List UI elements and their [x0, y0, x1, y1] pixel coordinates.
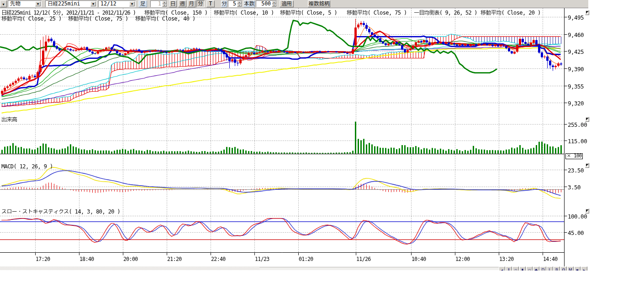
bar-count-spinner[interactable]: 500 ▲▼ — [256, 0, 277, 7]
price-axis-tick-label: 9,355 — [568, 83, 584, 91]
legend-item: 移動平均( Close, 40 ) — [135, 15, 195, 23]
volume-multiplier-badge: × 100 — [565, 153, 583, 159]
time-axis-tick-label: 13:20 — [499, 255, 514, 263]
legend-item: 移動平均( Close, 75 ) — [347, 9, 407, 17]
time-axis-tick-label: 14:40 — [543, 255, 558, 263]
market-select-value: 先物 — [10, 1, 21, 7]
chevron-down-icon[interactable]: ▼ — [90, 1, 96, 6]
main-toolbar: ▼ 先物 ▼ 日経225mini ▼ 12/12 ▼ 足 1 ▲▼ 日週月分T … — [0, 0, 588, 8]
legend-item: 一目均衡表( 9, 26, 52 ) — [414, 9, 477, 17]
stoch-axis-tick-label: 45.00 — [568, 229, 584, 238]
spin-down-icon[interactable]: ▼ — [237, 4, 242, 7]
contract-month-select-value: 12/12 — [100, 1, 116, 7]
spin-up-icon[interactable]: ▲ — [272, 1, 276, 4]
minute-value: 5 — [233, 1, 236, 7]
bar-count-label: 本数 — [243, 0, 255, 7]
mini-toolbar-button-1[interactable]: ◂ — [499, 266, 505, 271]
spin-up-icon[interactable]: ▲ — [237, 1, 242, 4]
mini-toolbar-button-6[interactable]: ◆ — [533, 266, 539, 271]
legend-item: 移動平均( Close, 25 ) — [1, 15, 62, 23]
price-axis-tick-label: 9,320 — [568, 99, 584, 108]
price-axis-tick-label: 9,495 — [568, 14, 584, 22]
legend-item: 移動平均( Close, 10 ) — [214, 9, 274, 17]
bar-interval-spinner[interactable]: 1 ▲▼ — [150, 0, 167, 7]
minute-label: 分 — [221, 0, 227, 7]
legend-item: 移動平均( Close, 75 ) — [68, 15, 128, 23]
time-axis-tick-label: 11/23 — [255, 255, 269, 263]
period-button-2[interactable]: 週 — [178, 0, 186, 7]
period-button-5[interactable]: T — [206, 0, 215, 7]
legend-item: 移動平均( Close, 5 ) — [280, 9, 337, 17]
stoch-axis-tick-label: 100.00 — [568, 213, 587, 221]
volume-axis-tick-label: 255.00 — [568, 121, 587, 130]
mini-toolbar-button-7[interactable]: D — [540, 266, 546, 271]
price-axis-tick-label: 9,390 — [568, 65, 584, 74]
period-button-1[interactable]: 日 — [169, 0, 177, 7]
bar-count-value: 500 — [261, 1, 271, 7]
time-axis-tick-label: 20:00 — [123, 255, 138, 263]
time-axis-tick-label: 17:20 — [36, 255, 50, 263]
stoch-panel-menu-button[interactable] — [585, 208, 589, 213]
combo-stub-dropdown-button[interactable]: ▼ — [0, 0, 7, 7]
application-window: ▼ 先物 ▼ 日経225mini ▼ 12/12 ▼ 足 1 ▲▼ 日週月分T … — [0, 0, 644, 302]
mini-toolbar-button-10[interactable]: Θ — [560, 266, 567, 271]
price-panel-menu-button[interactable] — [585, 10, 589, 15]
mini-toolbar-button-5[interactable]: ▫ — [526, 266, 533, 271]
market-select[interactable]: 先物 ▼ — [8, 0, 42, 7]
mini-toolbar-button-8[interactable]: L — [547, 266, 553, 271]
spin-down-icon[interactable]: ▼ — [162, 4, 167, 7]
mini-toolbar-button-12[interactable]: ▪ — [574, 266, 581, 271]
time-axis-tick-label: 18:40 — [79, 255, 94, 263]
macd-axis-tick-label: 3.50 — [568, 183, 581, 192]
bar-interval-value: 1 — [158, 1, 161, 7]
bottom-mini-toolbar: ◂‖▫▮▫◆DLBΘM▪▸ — [499, 266, 588, 271]
hscrollbar-track[interactable] — [0, 266, 259, 270]
bar-type-label: 足 — [138, 0, 147, 7]
macd-panel-menu-button[interactable] — [585, 163, 589, 168]
mini-toolbar-button-4[interactable]: ▮ — [519, 266, 526, 271]
price-axis-tick-label: 9,460 — [568, 31, 584, 40]
mini-toolbar-button-2[interactable]: ‖ — [506, 266, 512, 271]
chevron-down-icon[interactable]: ▼ — [129, 1, 135, 6]
symbol-select-value: 日経225mini — [48, 1, 80, 7]
spin-down-icon[interactable]: ▼ — [272, 4, 276, 7]
time-axis-tick-label: 11/26 — [356, 255, 371, 263]
stoch-panel-label: スロー・ストキャスティクス( 14, 3, 80, 20 ) — [1, 208, 120, 216]
symbol-select[interactable]: 日経225mini ▼ — [45, 0, 97, 7]
contract-month-select[interactable]: 12/12 ▼ — [98, 0, 136, 7]
mini-toolbar-button-9[interactable]: B — [554, 266, 560, 271]
volume-panel-label: 出来高 — [1, 115, 17, 124]
macd-panel-label: MACD( 12, 26, 9 ) — [1, 162, 53, 171]
period-button-4[interactable]: 分 — [196, 0, 205, 7]
period-button-3[interactable]: 月 — [187, 0, 195, 7]
hscrollbar-secondary[interactable] — [259, 267, 499, 270]
time-axis-tick-label: 01:20 — [299, 255, 313, 263]
volume-axis-tick-label: 115.00 — [568, 137, 587, 146]
mini-toolbar-button-3[interactable]: ▫ — [512, 266, 519, 271]
volume-panel-menu-button[interactable] — [585, 117, 589, 122]
macd-axis-tick-label: 23.50 — [568, 167, 584, 175]
minute-spinner[interactable]: 5 ▲▼ — [228, 0, 242, 7]
mini-toolbar-button-13[interactable]: ▸ — [581, 266, 587, 271]
mini-toolbar-button-11[interactable]: M — [567, 266, 574, 271]
time-axis-tick-label: 22:40 — [211, 255, 226, 263]
chevron-down-icon: ▼ — [2, 2, 4, 7]
spin-up-icon[interactable]: ▲ — [162, 1, 167, 4]
time-axis-tick-label: 12:00 — [455, 255, 470, 263]
apply-button[interactable]: 適用 — [280, 0, 294, 7]
price-axis-tick-label: 9,425 — [568, 48, 584, 57]
time-axis-tick-label: 21:20 — [167, 255, 182, 263]
legend-item: 移動平均( Close, 20 ) — [480, 9, 541, 17]
multi-symbol-button[interactable]: 複数銘柄 — [308, 0, 330, 7]
time-axis-tick-label: 10:40 — [412, 255, 426, 263]
chevron-down-icon[interactable]: ▼ — [35, 1, 41, 6]
